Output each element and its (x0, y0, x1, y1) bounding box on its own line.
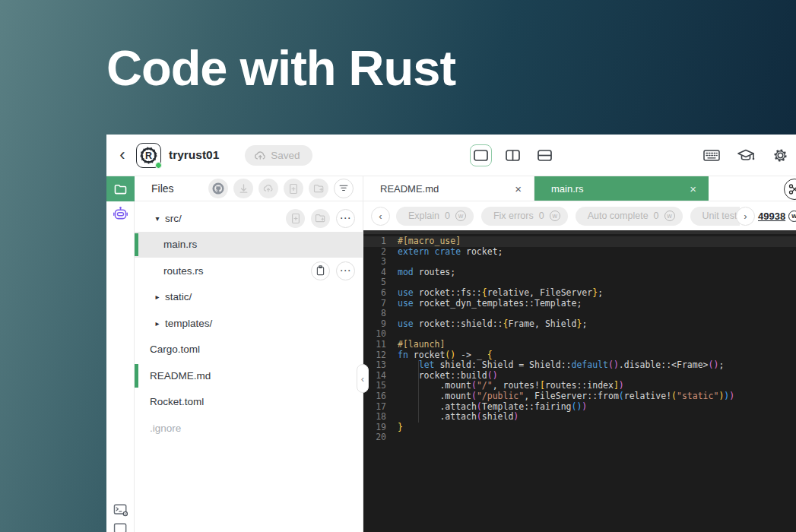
ai-action-buttons: Explain0wFix errors0wAuto complete0wUnit… (396, 207, 740, 226)
line-number: 11 (363, 340, 386, 350)
layout-single-pane-button[interactable] (470, 144, 492, 166)
code-lines: 1#[macro_use]2extern crate rocket;34mod … (363, 234, 796, 443)
tree-item-rocket-toml[interactable]: Rocket.toml (135, 389, 363, 416)
tree-item-readme-md[interactable]: README.md (135, 363, 363, 389)
code-line: 1#[macro_use] (363, 236, 796, 247)
ai-button-auto-complete[interactable]: Auto complete0w (576, 207, 683, 226)
files-panel-actions (208, 179, 354, 198)
coin-icon: w (550, 211, 560, 221)
ai-button-explain[interactable]: Explain0w (396, 207, 474, 226)
download-button[interactable] (233, 179, 253, 198)
layout-split-horizontal-button[interactable] (534, 144, 556, 166)
split-vertical-icon (506, 150, 520, 161)
sidebar-item-ai-assistant[interactable] (106, 201, 135, 226)
line-number: 17 (363, 402, 386, 413)
more-icon: ⋯ (340, 264, 352, 277)
sidebar-item-terminal[interactable] (106, 497, 135, 523)
code-line: 11#[launch] (363, 340, 796, 350)
code-line: 3 (363, 257, 796, 268)
new-file-icon (287, 182, 300, 195)
scissors-icon (788, 182, 796, 196)
code-editor[interactable]: 1#[macro_use]2extern crate rocket;34mod … (363, 230, 796, 532)
new-folder-button[interactable] (309, 179, 328, 198)
download-icon (237, 182, 250, 195)
code-text (386, 257, 398, 268)
keyboard-shortcuts-button[interactable] (702, 147, 721, 164)
code-line: 15 .mount("/", routes![routes::index]) (363, 381, 796, 391)
tree-item-label: Rocket.toml (150, 396, 204, 407)
toolbar-scroll-right-button[interactable]: › (736, 207, 755, 226)
sidebar-item-files[interactable] (106, 176, 135, 201)
panel-collapse-handle[interactable]: ‹ (357, 364, 369, 393)
tree-item-label: main.rs (163, 239, 197, 250)
tree-item-main-rs[interactable]: main.rs (135, 232, 363, 258)
more-button[interactable]: ⋯ (336, 261, 355, 280)
code-text: let shield: Shield = Shield::default().d… (386, 360, 724, 371)
tree-item-cargo-toml[interactable]: Cargo.toml (135, 337, 363, 363)
toolbar-scroll-left-button[interactable]: ‹ (371, 207, 390, 226)
more-icon: ⋯ (340, 211, 352, 225)
code-text: .mount("/public", FileServer::from(relat… (386, 391, 734, 402)
indent-guide (418, 360, 419, 423)
page-title: Code with Rust (106, 40, 455, 97)
tree-item-routes-rs[interactable]: routes.rs⋯ (135, 258, 363, 284)
code-line: 17 .attach(Template::fairing()) (363, 402, 796, 413)
close-icon[interactable]: × (513, 182, 523, 195)
line-number: 20 (363, 432, 386, 443)
tutorials-button[interactable] (736, 147, 756, 164)
online-status-dot (155, 162, 162, 169)
coin-icon: w (455, 211, 466, 221)
tab-main-rs[interactable]: main.rs× (534, 176, 709, 201)
line-number: 9 (363, 319, 386, 330)
layout-split-vertical-button[interactable] (502, 144, 524, 166)
credits-link[interactable]: 49938 (758, 211, 785, 222)
more-button[interactable]: ⋯ (336, 209, 355, 228)
github-button[interactable] (208, 179, 228, 198)
svg-text:R: R (145, 150, 152, 160)
tree-item-label: static/ (165, 291, 192, 302)
new-folder-icon (314, 213, 327, 224)
tab-label: main.rs (551, 183, 688, 195)
code-text: use rocket::shield::{Frame, Shield}; (386, 319, 587, 330)
tree-item-src[interactable]: ▾src/⋯ (135, 205, 363, 232)
ai-toolbar: ‹ Explain0wFix errors0wAuto complete0wUn… (363, 201, 796, 230)
tab-readme-md[interactable]: README.md× (363, 176, 534, 201)
code-text (386, 432, 398, 443)
main-content: Files ▾src/⋯main.rsroutes.rs⋯▸static/▸te… (106, 176, 796, 532)
code-text: use rocket_dyn_templates::Template; (386, 299, 582, 309)
ai-button-unit-test[interactable]: Unit test0w (690, 207, 740, 226)
code-text: .mount("/", routes![routes::index]) (386, 381, 624, 391)
chevron-collapsed-icon[interactable]: ▸ (152, 293, 163, 301)
back-button[interactable]: ‹ (111, 144, 134, 166)
new-file-button[interactable] (284, 179, 303, 198)
tree-item-actions: ⋯ (311, 261, 363, 280)
saved-button[interactable]: Saved (245, 145, 312, 166)
tree-item-static[interactable]: ▸static/ (135, 284, 363, 311)
close-icon[interactable]: × (688, 182, 698, 195)
chevron-expanded-icon[interactable]: ▾ (152, 214, 163, 223)
new-folder-button[interactable] (311, 209, 330, 228)
code-text: fn rocket() -> _ { (386, 350, 493, 361)
snippet-button[interactable] (784, 179, 796, 200)
rust-logo[interactable]: R (136, 143, 161, 168)
ide-window: ‹ R tryrust01 Saved (106, 135, 796, 532)
line-number: 16 (363, 391, 386, 402)
code-line: 8 (363, 309, 796, 319)
code-text: mod routes; (386, 268, 455, 278)
code-text (386, 329, 398, 340)
tree-item-label: Cargo.toml (150, 344, 200, 355)
new-file-button[interactable] (286, 209, 305, 228)
chevron-collapsed-icon[interactable]: ▸ (152, 319, 163, 328)
filter-button[interactable] (334, 179, 354, 198)
sidebar-item-media[interactable] (106, 523, 135, 532)
files-panel-title: Files (151, 182, 174, 195)
ai-button-label: Auto complete (588, 211, 649, 221)
settings-button[interactable] (770, 147, 790, 164)
tree-item-templates[interactable]: ▸templates/ (135, 310, 363, 337)
copy-button[interactable] (311, 261, 330, 280)
tree-item--ignore[interactable]: .ignore (135, 415, 363, 442)
activity-bar-bottom (106, 497, 135, 532)
ai-button-fix-errors[interactable]: Fix errors0w (481, 207, 568, 226)
upload-cloud-button[interactable] (258, 179, 278, 198)
line-number: 1 (363, 236, 386, 247)
